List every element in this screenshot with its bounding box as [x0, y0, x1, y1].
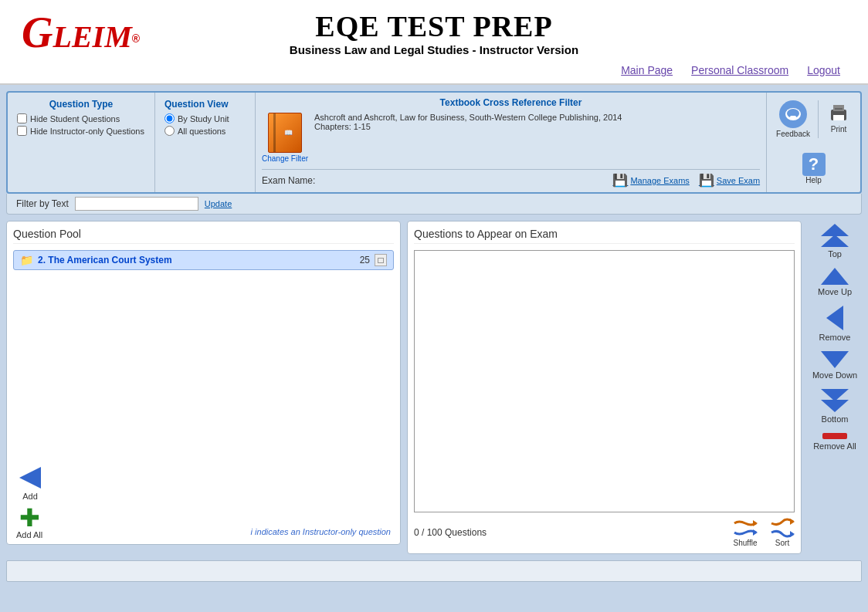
- feedback-button[interactable]: Feedback: [776, 100, 819, 138]
- sort-label: Sort: [775, 539, 789, 547]
- change-filter-button[interactable]: 📖 Change Filter: [262, 113, 308, 163]
- all-questions-radio-label[interactable]: All questions: [164, 126, 246, 136]
- main-page-link[interactable]: Main Page: [621, 64, 673, 76]
- by-study-unit-radio-label[interactable]: By Study Unit: [164, 113, 246, 123]
- move-up-label: Move Up: [818, 287, 852, 296]
- add-all-icon: ✚: [19, 505, 40, 530]
- hide-instructor-checkbox-label[interactable]: Hide Instructor-only Questions: [17, 126, 145, 136]
- svg-marker-6: [19, 467, 41, 489]
- add-all-label: Add All: [16, 530, 42, 539]
- pool-item[interactable]: 📁 2. The American Court System 25 □: [13, 250, 394, 270]
- move-down-label: Move Down: [812, 370, 857, 380]
- remove-label: Remove: [819, 333, 851, 342]
- top-label: Top: [828, 249, 842, 259]
- exam-name-label: Exam Name:: [262, 175, 612, 186]
- shuffle-button[interactable]: Shuffle: [733, 517, 758, 547]
- personal-classroom-link[interactable]: Personal Classroom: [691, 64, 788, 76]
- add-label: Add: [22, 492, 38, 501]
- bottom-label: Bottom: [822, 414, 849, 424]
- instructor-note: i indicates an Instructor-only question: [251, 527, 391, 536]
- feedback-label: Feedback: [776, 130, 810, 138]
- sort-button[interactable]: Sort: [770, 517, 795, 547]
- svg-marker-7: [753, 520, 758, 526]
- gleim-logo: GLEIM: [22, 8, 132, 56]
- shuffle-icon: [733, 517, 758, 539]
- questions-panel-title: Questions to Appear on Exam: [414, 228, 795, 244]
- svg-marker-10: [790, 531, 795, 537]
- questions-list[interactable]: [414, 250, 795, 512]
- remove-all-button[interactable]: Remove All: [813, 433, 856, 451]
- svg-rect-4: [833, 115, 844, 120]
- subtitle: Business Law and Legal Studies - Instruc…: [170, 43, 698, 56]
- update-button[interactable]: Update: [205, 199, 232, 208]
- bottom-button[interactable]: Bottom: [821, 389, 849, 424]
- filter-by-text-input[interactable]: [75, 197, 198, 211]
- manage-exams-link[interactable]: 💾 Manage Exams: [612, 173, 689, 188]
- add-all-button[interactable]: ✚ Add All: [16, 505, 42, 539]
- book-chapters: Chapters: 1-15: [314, 122, 760, 131]
- sort-icon: [770, 517, 795, 539]
- by-study-unit-radio[interactable]: [164, 113, 175, 123]
- book-line1: Ashcroft and Ashcroft, Law for Business,…: [314, 113, 760, 122]
- add-arrow-icon: [16, 464, 44, 492]
- help-icon: ?: [802, 153, 826, 176]
- question-pool-title: Question Pool: [13, 228, 394, 244]
- logout-link[interactable]: Logout: [807, 64, 840, 76]
- save-exam-link[interactable]: 💾 Save Exam: [699, 173, 760, 188]
- svg-marker-8: [753, 529, 758, 536]
- change-filter-label: Change Filter: [262, 154, 308, 163]
- feedback-icon: [785, 107, 802, 122]
- all-questions-radio[interactable]: [164, 126, 175, 136]
- crossref-title: Textbook Cross Reference Filter: [262, 97, 760, 108]
- hide-student-checkbox-label[interactable]: Hide Student Questions: [17, 113, 145, 123]
- remove-button[interactable]: Remove: [819, 306, 851, 342]
- add-button[interactable]: Add: [16, 464, 44, 501]
- remove-all-label: Remove All: [813, 441, 856, 451]
- shuffle-label: Shuffle: [734, 539, 758, 547]
- svg-marker-9: [790, 519, 795, 525]
- pool-item-expand[interactable]: □: [375, 254, 387, 266]
- filter-by-text-label: Filter by Text: [16, 198, 69, 209]
- hide-student-checkbox[interactable]: [17, 113, 27, 123]
- main-title: EQE Test Prep: [170, 9, 698, 43]
- print-button[interactable]: Print: [826, 100, 851, 134]
- pool-item-count: 25: [360, 255, 370, 265]
- help-label: Help: [805, 176, 822, 184]
- help-button[interactable]: ? Help: [802, 153, 826, 184]
- hide-instructor-checkbox[interactable]: [17, 126, 27, 136]
- top-button[interactable]: Top: [821, 224, 849, 259]
- pool-item-icon: 📁: [20, 254, 33, 266]
- question-view-title: Question View: [164, 99, 246, 110]
- questions-count: 0 / 100 Questions: [414, 527, 487, 538]
- bottom-bar: [6, 560, 862, 582]
- move-up-button[interactable]: Move Up: [818, 268, 852, 296]
- print-label: Print: [831, 125, 847, 134]
- svg-rect-5: [835, 108, 843, 110]
- question-type-title: Question Type: [17, 99, 145, 110]
- move-down-button[interactable]: Move Down: [812, 351, 857, 380]
- print-icon: [828, 102, 849, 123]
- pool-item-name: 2. The American Court System: [38, 255, 360, 265]
